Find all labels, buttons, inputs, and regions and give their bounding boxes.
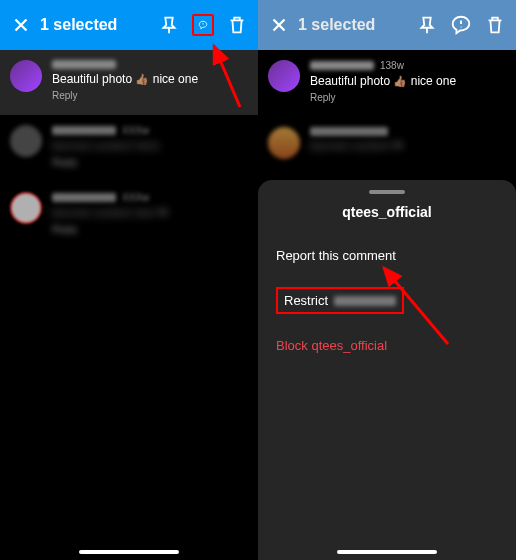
selection-header: 1 selected xyxy=(0,0,258,50)
comment-head xyxy=(52,60,248,69)
comment-body-blur: blurred content text ❤ xyxy=(52,206,248,220)
restrict-user-item[interactable]: Restrict xyxy=(276,275,498,326)
avatar[interactable] xyxy=(10,125,42,157)
close-icon[interactable] xyxy=(268,14,290,36)
report-icon-highlighted[interactable] xyxy=(192,14,214,36)
comment-body-blur: blurred content here xyxy=(52,139,248,153)
username-redacted xyxy=(310,61,374,70)
trash-icon[interactable] xyxy=(484,14,506,36)
timestamp-blur: XXXw xyxy=(122,125,149,136)
avatar[interactable] xyxy=(10,60,42,92)
reply-link-blur[interactable]: Reply xyxy=(52,157,248,168)
comment-text-part2: nice one xyxy=(149,72,198,86)
comment-text-part2: nice one xyxy=(407,74,456,88)
username-redacted xyxy=(52,126,116,135)
restrict-username-redacted xyxy=(334,296,396,306)
close-icon[interactable] xyxy=(10,14,32,36)
restrict-highlight: Restrict xyxy=(276,287,404,314)
grabber-handle[interactable] xyxy=(369,190,405,194)
comment-text: Beautiful photo 👍🏽 nice one xyxy=(52,72,248,86)
timestamp-blur: XXXw xyxy=(122,192,149,203)
block-user-item[interactable]: Block qtees_official xyxy=(276,326,498,365)
comment-head: 138w xyxy=(310,60,506,71)
comment-text-part1: Beautiful photo xyxy=(52,72,135,86)
comment-body-blur: blurred content ❤ xyxy=(310,139,506,153)
screen-left: 1 selected Beautiful photo 👍🏽 nice one R… xyxy=(0,0,258,560)
comment-row-selected[interactable]: Beautiful photo 👍🏽 nice one Reply xyxy=(0,50,258,115)
pin-icon[interactable] xyxy=(416,14,438,36)
report-icon[interactable] xyxy=(450,14,472,36)
action-sheet: qtees_official Report this comment Restr… xyxy=(258,180,516,560)
selection-header: 1 selected xyxy=(258,0,516,50)
comment-content: 138w Beautiful photo 👍🏽 nice one Reply xyxy=(310,60,506,103)
comment-content: blurred content ❤ xyxy=(310,127,506,153)
header-title: 1 selected xyxy=(40,16,150,34)
reply-link[interactable]: Reply xyxy=(310,92,506,103)
username-redacted xyxy=(52,193,116,202)
comment-row[interactable]: 138w Beautiful photo 👍🏽 nice one Reply xyxy=(258,50,516,117)
thumbs-up-icon: 👍🏽 xyxy=(393,75,407,87)
home-indicator xyxy=(79,550,179,554)
restrict-label: Restrict xyxy=(284,293,328,308)
comment-text-part1: Beautiful photo xyxy=(310,74,393,88)
reply-link[interactable]: Reply xyxy=(52,90,248,101)
trash-icon[interactable] xyxy=(226,14,248,36)
comment-row-blurred[interactable]: XXXw blurred content here Reply xyxy=(0,115,258,182)
comment-row-blurred[interactable]: XXXw blurred content text ❤ Reply xyxy=(0,182,258,249)
header-actions xyxy=(416,14,506,36)
avatar[interactable] xyxy=(10,192,42,224)
home-indicator xyxy=(337,550,437,554)
report-comment-item[interactable]: Report this comment xyxy=(276,236,498,275)
screen-right: 1 selected 138w Beautiful photo 👍🏽 nice … xyxy=(258,0,516,560)
avatar[interactable] xyxy=(268,127,300,159)
username-redacted xyxy=(310,127,388,136)
thumbs-up-icon: 👍🏽 xyxy=(135,73,149,85)
comment-content: XXXw blurred content here Reply xyxy=(52,125,248,168)
header-actions xyxy=(158,14,248,36)
comment-content: XXXw blurred content text ❤ Reply xyxy=(52,192,248,235)
sheet-title: qtees_official xyxy=(276,204,498,236)
comment-content: Beautiful photo 👍🏽 nice one Reply xyxy=(52,60,248,101)
timestamp: 138w xyxy=(380,60,404,71)
reply-link-blur[interactable]: Reply xyxy=(52,224,248,235)
header-title: 1 selected xyxy=(298,16,408,34)
pin-icon[interactable] xyxy=(158,14,180,36)
avatar[interactable] xyxy=(268,60,300,92)
comment-text: Beautiful photo 👍🏽 nice one xyxy=(310,74,506,88)
comment-row-blurred[interactable]: blurred content ❤ xyxy=(258,117,516,173)
username-redacted xyxy=(52,60,116,69)
